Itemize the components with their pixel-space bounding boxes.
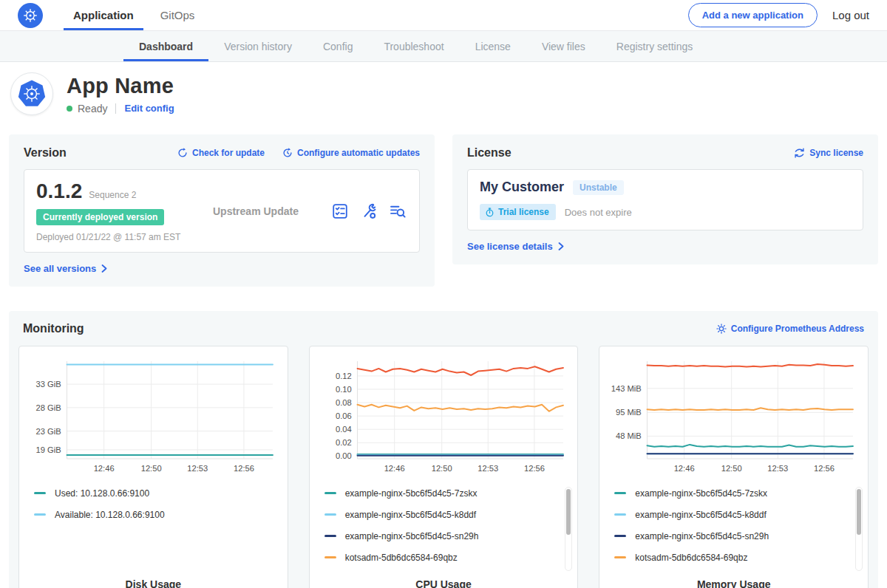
topnav-right: Add a new application Log out — [688, 0, 869, 30]
helm-wheel-icon — [22, 7, 38, 24]
see-all-versions-link[interactable]: See all versions — [24, 263, 107, 274]
sync-license-label: Sync license — [809, 148, 863, 158]
license-card-header: License Sync license — [467, 146, 863, 160]
sync-license-link[interactable]: Sync license — [794, 148, 863, 158]
legend-item: kotsadm-5db6dc6584-69qbz — [614, 547, 860, 568]
legend-color-dash — [614, 513, 626, 516]
subnav-tab-dashboard[interactable]: Dashboard — [123, 31, 208, 61]
topnav-tab-gitops[interactable]: GitOps — [151, 0, 205, 30]
subnav-tab-license[interactable]: License — [460, 31, 526, 61]
svg-text:48 MiB: 48 MiB — [616, 431, 642, 440]
monitoring-header: Monitoring Configure Prometheus Address — [18, 322, 869, 335]
deploy-logs-icon[interactable] — [390, 203, 406, 219]
subnav-tab-config[interactable]: Config — [307, 31, 368, 61]
legend-item: example-nginx-5bc6f5d4c5-k8ddf — [324, 504, 571, 525]
monitoring-title: Monitoring — [23, 322, 84, 335]
chart-title: Memory Usage — [607, 578, 860, 588]
svg-text:12:53: 12:53 — [768, 464, 789, 473]
svg-text:12:56: 12:56 — [234, 464, 254, 473]
legend-scrollbar[interactable] — [855, 487, 863, 571]
configure-prometheus-label: Configure Prometheus Address — [731, 324, 864, 334]
trial-license-label: Trial license — [498, 207, 549, 217]
topnav-tab-gitops-label: GitOps — [160, 9, 195, 21]
check-for-update-label: Check for update — [192, 148, 265, 158]
legend-color-dash — [324, 492, 336, 494]
check-for-update-link[interactable]: Check for update — [177, 148, 265, 158]
version-info: 0.1.2 Sequence 2 Currently deployed vers… — [36, 180, 210, 242]
legend-item: example-nginx-5bc6f5d4c5-sn29h — [614, 525, 860, 547]
stopwatch-icon — [485, 208, 495, 217]
kubernetes-heptagon-icon — [17, 79, 47, 109]
legend-label: example-nginx-5bc6f5d4c5-k8ddf — [345, 510, 476, 520]
legend-item: example-nginx-5bc6f5d4c5-7zskx — [324, 482, 571, 504]
add-new-application-button[interactable]: Add a new application — [688, 3, 818, 27]
edit-config-link[interactable]: Edit config — [124, 103, 174, 114]
svg-text:12:50: 12:50 — [721, 464, 742, 473]
subnav-tab-registry-settings[interactable]: Registry settings — [601, 31, 708, 61]
svg-text:0.06: 0.06 — [336, 411, 352, 420]
legend-label: kotsadm-5db6dc6584-69qbz — [635, 553, 747, 563]
subnav-tab-view-files-label: View files — [542, 41, 585, 52]
chart-legend: example-nginx-5bc6f5d4c5-7zskx example-n… — [317, 482, 571, 570]
see-license-details-link[interactable]: See license details — [467, 241, 564, 252]
svg-text:12:50: 12:50 — [431, 464, 452, 473]
usage-chart: 33 GiB28 GiB23 GiB19 GiB12:4612:5012:531… — [27, 354, 280, 478]
app-subnav: DashboardVersion historyConfigTroublesho… — [0, 31, 887, 62]
license-expiry: Does not expire — [565, 207, 632, 218]
legend-label: example-nginx-5bc6f5d4c5-sn29h — [635, 531, 769, 541]
legend-color-dash — [324, 513, 336, 516]
gear-icon — [716, 324, 727, 334]
status-divider — [115, 103, 116, 114]
subnav-tab-troubleshoot[interactable]: Troubleshoot — [368, 31, 459, 61]
usage-chart: 143 MiB95 MiB48 MiB12:4612:5012:5312:56 — [607, 354, 860, 478]
svg-text:12:50: 12:50 — [141, 464, 162, 473]
legend-label: example-nginx-5bc6f5d4c5-7zskx — [345, 488, 478, 499]
svg-text:0.04: 0.04 — [336, 425, 352, 434]
current-version-row: 0.1.2 Sequence 2 Currently deployed vers… — [24, 169, 420, 253]
legend-color-dash — [614, 556, 626, 558]
deployed-version-badge: Currently deployed version — [36, 209, 164, 225]
version-action-icons — [332, 203, 407, 219]
legend-color-dash — [34, 492, 46, 494]
legend-scrollbar[interactable] — [565, 487, 572, 571]
legend-color-dash — [324, 535, 336, 537]
chart-title: Disk Usage — [27, 578, 280, 588]
configure-automatic-updates-link[interactable]: Configure automatic updates — [282, 148, 420, 158]
kubernetes-logo-icon[interactable] — [18, 3, 43, 28]
chart-legend: Used: 10.128.0.66:9100 Available: 10.128… — [27, 482, 280, 570]
ready-status-dot — [67, 106, 72, 112]
legend-scrollbar-thumb[interactable] — [566, 489, 571, 535]
logout-button[interactable]: Log out — [832, 9, 869, 21]
subnav-tab-dashboard-label: Dashboard — [139, 41, 193, 52]
app-header-text: App Name Ready Edit config — [67, 74, 174, 114]
version-card-header: Version Check for update Configure au — [24, 146, 420, 160]
topnav-tab-application[interactable]: Application — [64, 0, 143, 30]
disk-usage-chart-card: 33 GiB28 GiB23 GiB19 GiB12:4612:5012:531… — [18, 346, 288, 588]
cards-row: Version Check for update Configure au — [0, 127, 887, 287]
auto-update-clock-icon — [282, 148, 293, 158]
svg-text:0.08: 0.08 — [336, 398, 352, 407]
subnav-tab-view-files[interactable]: View files — [526, 31, 601, 61]
customer-name: My Customer — [480, 180, 564, 195]
preflight-checks-icon[interactable] — [332, 203, 348, 219]
cpu-usage-chart-card: 0.120.100.080.060.040.020.0012:4612:5012… — [309, 346, 579, 588]
sync-arrows-icon — [794, 148, 805, 158]
configure-prometheus-link[interactable]: Configure Prometheus Address — [716, 324, 864, 334]
monitoring-panel: Monitoring Configure Prometheus Address … — [9, 311, 878, 588]
svg-text:28 GiB: 28 GiB — [36, 403, 61, 412]
version-card-actions: Check for update Configure automatic upd… — [177, 148, 420, 158]
legend-label: Used: 10.128.0.66:9100 — [55, 488, 149, 499]
legend-scrollbar-thumb[interactable] — [857, 489, 861, 535]
legend-color-dash — [614, 535, 626, 537]
legend-label: example-nginx-5bc6f5d4c5-7zskx — [635, 488, 767, 499]
version-source-label: Upstream Update — [210, 205, 332, 217]
status-badge: Ready — [78, 103, 107, 114]
svg-text:0.02: 0.02 — [336, 438, 352, 447]
version-number: 0.1.2 — [36, 180, 82, 203]
subnav-tab-version-history[interactable]: Version history — [208, 31, 307, 61]
legend-item: kotsadm-5db6dc6584-69qbz — [324, 547, 571, 568]
edit-config-gear-icon[interactable] — [361, 203, 377, 219]
deployed-timestamp: Deployed 01/21/22 @ 11:57 am EST — [36, 232, 210, 242]
svg-text:0.12: 0.12 — [336, 372, 352, 380]
svg-text:12:46: 12:46 — [384, 464, 404, 473]
